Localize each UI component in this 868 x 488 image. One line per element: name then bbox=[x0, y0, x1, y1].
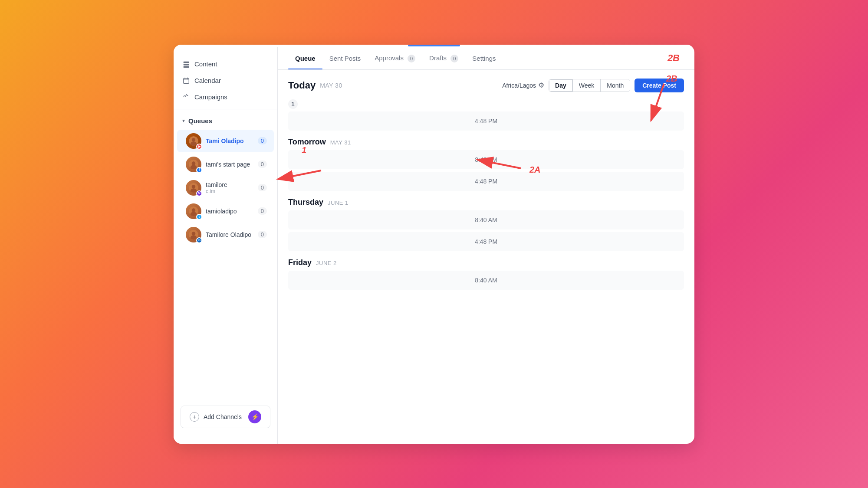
main-layout: Content Calendar Campaigns ▾ Queu bbox=[174, 47, 694, 444]
queues-section: ▾ Queues ▶ bbox=[174, 113, 277, 247]
sidebar-item-calendar-label: Calendar bbox=[194, 77, 221, 84]
view-day-button[interactable]: Day bbox=[549, 79, 572, 92]
tomorrow-section-header: Tomorrow MAY 31 bbox=[288, 138, 684, 147]
queue-name-tamilore: tamilore bbox=[206, 181, 258, 188]
queue-subtitle-tamilore: c.im bbox=[206, 188, 258, 194]
drafts-badge: 0 bbox=[450, 55, 458, 62]
queue-name-tami-oladipo: Tami Oladipo bbox=[206, 138, 258, 144]
facebook-icon: f bbox=[199, 168, 200, 172]
badge-twitter: t bbox=[196, 214, 202, 220]
sidebar-item-content[interactable]: Content bbox=[174, 56, 277, 72]
queue-name-tamis-start-page: tami's start page bbox=[206, 161, 258, 168]
tomorrow-day-label: Tomorrow bbox=[288, 138, 326, 147]
sidebar-item-calendar[interactable]: Calendar bbox=[174, 72, 277, 89]
today-section-header: 1 bbox=[288, 99, 684, 109]
queue-item-tamilore-oladipo[interactable]: in Tamilore Oladipo 0 bbox=[177, 223, 274, 246]
svg-point-11 bbox=[192, 208, 196, 212]
lightning-icon: ⚡ bbox=[248, 410, 261, 423]
queue-item-tamioladipo[interactable]: t tamioladipo 0 bbox=[177, 200, 274, 223]
content-icon bbox=[182, 60, 190, 68]
svg-point-8 bbox=[192, 185, 196, 189]
queue-count-tamioladipo: 0 bbox=[258, 207, 267, 215]
view-week-button[interactable]: Week bbox=[572, 79, 601, 92]
time-slot-thursday-2: 4:48 PM bbox=[288, 232, 684, 251]
linkedin-icon: in bbox=[198, 239, 201, 242]
svg-point-5 bbox=[192, 161, 196, 165]
plus-icon: + bbox=[190, 412, 199, 422]
view-toggle: Day Week Month bbox=[549, 79, 630, 92]
add-channels-label: Add Channels bbox=[204, 413, 242, 420]
queue-name-tamioladipo: tamioladipo bbox=[206, 208, 258, 215]
time-slot-tomorrow-1: 8:40 AM bbox=[288, 150, 684, 169]
badge-youtube: ▶ bbox=[196, 144, 202, 150]
calendar-icon bbox=[182, 77, 190, 85]
thursday-date-label: JUNE 1 bbox=[328, 200, 349, 206]
avatar-tamilore-oladipo: in bbox=[186, 227, 201, 242]
annotation-2b-label: 2B bbox=[663, 52, 684, 64]
youtube-icon: ▶ bbox=[198, 145, 201, 148]
time-slot-today-1: 4:48 PM bbox=[288, 111, 684, 131]
tab-drafts[interactable]: Drafts 0 bbox=[422, 47, 465, 69]
time-slot-tomorrow-2: 4:48 PM bbox=[288, 172, 684, 191]
section-friday: Friday JUNE 2 8:40 AM bbox=[288, 258, 684, 290]
queue-name-tamilore-oladipo: Tamilore Oladipo bbox=[206, 231, 258, 238]
time-slot-friday-1: 8:40 AM bbox=[288, 271, 684, 290]
badge-facebook: f bbox=[196, 167, 202, 173]
avatar-tamis-start-page: f bbox=[186, 157, 201, 172]
friday-day-label: Friday bbox=[288, 258, 312, 267]
tabs-bar: Queue Sent Posts Approvals 0 Drafts 0 Se… bbox=[278, 47, 694, 70]
tab-queue[interactable]: Queue bbox=[288, 48, 322, 69]
twitter-icon: t bbox=[199, 215, 200, 218]
content-area: Today MAY 30 Africa/Lagos ⚙ Day Week Mon… bbox=[278, 70, 694, 444]
today-date: MAY 30 bbox=[320, 82, 342, 89]
badge-mastodon: M bbox=[196, 190, 202, 197]
svg-point-14 bbox=[192, 232, 196, 236]
friday-date-label: JUNE 2 bbox=[316, 260, 337, 266]
tab-sent-posts[interactable]: Sent Posts bbox=[322, 48, 368, 69]
tomorrow-date-label: MAY 31 bbox=[330, 139, 351, 146]
sidebar-item-content-label: Content bbox=[194, 60, 217, 68]
chevron-down-icon: ▾ bbox=[182, 118, 185, 124]
sidebar-item-campaigns-label: Campaigns bbox=[194, 93, 227, 101]
time-slot-thursday-1: 8:40 AM bbox=[288, 210, 684, 229]
add-channels-button[interactable]: + Add Channels ⚡ bbox=[181, 406, 270, 428]
sidebar-item-campaigns[interactable]: Campaigns bbox=[174, 89, 277, 105]
svg-rect-0 bbox=[184, 78, 189, 83]
section-tomorrow: Tomorrow MAY 31 8:40 AM 4:48 PM bbox=[288, 138, 684, 191]
tab-approvals[interactable]: Approvals 0 bbox=[368, 47, 422, 69]
app-container: Content Calendar Campaigns ▾ Queu bbox=[174, 45, 694, 444]
thursday-section-header: Thursday JUNE 1 bbox=[288, 198, 684, 207]
avatar-tamilore: M bbox=[186, 180, 201, 196]
gear-icon[interactable]: ⚙ bbox=[538, 81, 544, 89]
section-thursday: Thursday JUNE 1 8:40 AM 4:48 PM bbox=[288, 198, 684, 251]
mastodon-icon: M bbox=[198, 192, 201, 195]
date-view-header: Today MAY 30 Africa/Lagos ⚙ Day Week Mon… bbox=[288, 79, 684, 92]
queue-count-tamis-start-page: 0 bbox=[258, 160, 267, 168]
sidebar: Content Calendar Campaigns ▾ Queu bbox=[174, 47, 278, 444]
slot-number-today: 1 bbox=[288, 99, 298, 109]
timezone-display: Africa/Lagos ⚙ bbox=[502, 81, 544, 89]
friday-section-header: Friday JUNE 2 bbox=[288, 258, 684, 267]
queue-item-tamis-start-page[interactable]: f tami's start page 0 bbox=[177, 153, 274, 176]
queue-count-tamilore: 0 bbox=[258, 184, 267, 191]
view-month-button[interactable]: Month bbox=[600, 79, 630, 92]
thursday-day-label: Thursday bbox=[288, 198, 323, 207]
sidebar-divider bbox=[174, 109, 277, 109]
queues-header[interactable]: ▾ Queues bbox=[174, 113, 277, 129]
queue-item-tamilore[interactable]: M tamilore c.im 0 bbox=[177, 177, 274, 199]
top-bar-indicator bbox=[408, 45, 460, 46]
badge-linkedin: in bbox=[196, 237, 202, 243]
queues-label: Queues bbox=[188, 117, 212, 124]
queue-count-tami-oladipo: 0 bbox=[258, 137, 267, 144]
create-post-button[interactable]: Create Post bbox=[635, 79, 684, 92]
svg-point-2 bbox=[192, 138, 196, 142]
avatar-tamioladipo: t bbox=[186, 203, 201, 219]
today-label: Today bbox=[288, 80, 316, 91]
view-controls: Africa/Lagos ⚙ Day Week Month Create Pos… bbox=[502, 79, 684, 92]
campaigns-icon bbox=[182, 93, 190, 101]
section-today: 1 4:48 PM bbox=[288, 99, 684, 131]
queue-count-tamilore-oladipo: 0 bbox=[258, 231, 267, 238]
main-content: Queue Sent Posts Approvals 0 Drafts 0 Se… bbox=[278, 47, 694, 444]
tab-settings[interactable]: Settings bbox=[465, 48, 503, 69]
queue-item-tami-oladipo[interactable]: ▶ Tami Oladipo 0 bbox=[177, 130, 274, 152]
